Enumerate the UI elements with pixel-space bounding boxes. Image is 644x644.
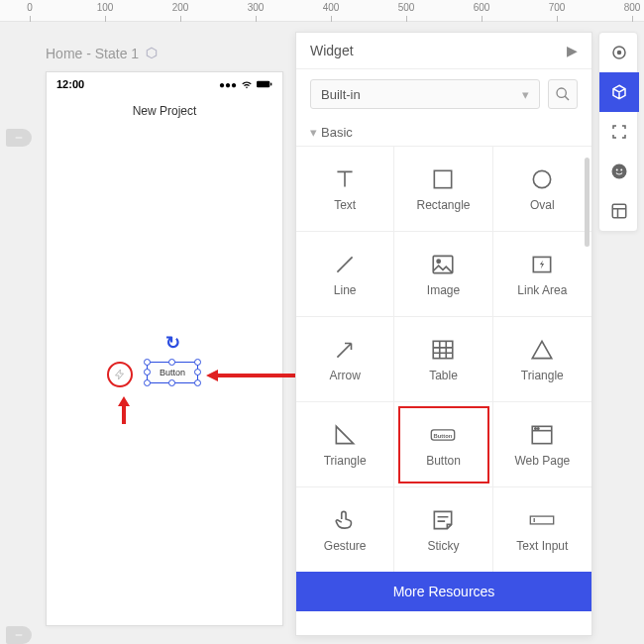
arrow-icon — [332, 337, 358, 363]
search-icon — [555, 86, 571, 102]
category-dropdown[interactable]: Built-in ▾ — [310, 79, 540, 109]
search-button[interactable] — [548, 79, 578, 109]
sticky-icon — [430, 507, 456, 533]
svg-point-2 — [557, 88, 566, 97]
svg-point-4 — [534, 170, 551, 187]
panel-scrollbar[interactable] — [585, 158, 590, 247]
svg-rect-3 — [435, 170, 452, 187]
widget-triangle[interactable]: Triangle — [493, 317, 591, 402]
oval-icon — [529, 166, 555, 192]
phone-title: New Project — [47, 96, 282, 126]
selected-button-label: Button — [160, 368, 185, 377]
tool-target[interactable] — [599, 33, 639, 72]
group-header[interactable]: ▾ Basic — [296, 119, 591, 146]
resize-handle[interactable] — [194, 379, 201, 386]
right-triangle-icon — [332, 422, 358, 448]
annotation-circle — [107, 362, 133, 387]
triangle-icon — [529, 337, 555, 363]
widget-label: Triangle — [521, 369, 564, 382]
widget-gesture[interactable]: Gesture — [296, 487, 394, 572]
widget-table[interactable]: Table — [394, 317, 492, 402]
widget-link-area[interactable]: Link Area — [493, 232, 591, 317]
phone-time: 12:00 — [56, 78, 84, 90]
widget-label: Image — [427, 283, 460, 297]
widget-arrow[interactable]: Arrow — [296, 317, 394, 402]
widget-label: Sticky — [427, 539, 459, 553]
ruler-horizontal: 0 100 200 300 400 500 600 700 800 — [0, 0, 644, 22]
resize-handle[interactable] — [168, 359, 175, 366]
widget-oval[interactable]: Oval — [493, 147, 591, 232]
line-icon — [332, 252, 358, 277]
side-toolbar — [598, 32, 638, 232]
widget-text-input[interactable]: Text Input — [493, 487, 591, 572]
panel-collapse-icon[interactable]: ▶ — [567, 43, 578, 58]
text-icon — [332, 166, 358, 192]
widget-label: Arrow — [329, 369, 360, 382]
link-area-icon — [529, 252, 555, 277]
widget-image[interactable]: Image — [394, 232, 492, 317]
widget-panel: Widget ▶ Built-in ▾ ▾ Basic Text Rectang… — [295, 32, 592, 636]
page-tab-handle[interactable] — [6, 626, 32, 644]
hexagon-icon — [145, 47, 159, 60]
cube-icon — [610, 83, 628, 101]
svg-rect-1 — [270, 83, 271, 86]
widget-label: Rectangle — [416, 198, 470, 212]
resize-handle[interactable] — [144, 379, 151, 386]
chevron-down-icon: ▾ — [310, 125, 317, 140]
table-icon — [430, 337, 456, 363]
status-icons: ●●● — [219, 79, 272, 90]
svg-point-19 — [620, 169, 622, 171]
tool-emoji[interactable] — [599, 152, 639, 191]
widget-button[interactable]: Button Button — [394, 402, 492, 487]
group-label-text: Basic — [321, 125, 353, 140]
widget-label: Oval — [530, 198, 555, 212]
widget-line[interactable]: Line — [296, 232, 394, 317]
resize-handle[interactable] — [168, 379, 175, 386]
widget-sticky[interactable]: Sticky — [394, 487, 492, 572]
chevron-down-icon: ▾ — [522, 87, 529, 102]
svg-rect-8 — [434, 341, 454, 358]
widget-label: Line — [334, 283, 357, 297]
rectangle-icon — [430, 166, 456, 192]
text-input-icon — [529, 507, 555, 533]
emoji-icon — [610, 162, 628, 180]
resize-handle[interactable] — [194, 359, 201, 366]
svg-text:Button: Button — [434, 432, 453, 438]
selected-widget[interactable]: ↻ Button — [147, 362, 198, 383]
svg-rect-0 — [257, 81, 269, 88]
tool-layout[interactable] — [599, 191, 639, 231]
widget-grid: Text Rectangle Oval Line Image Link Area… — [296, 146, 591, 572]
widget-label: Web Page — [514, 454, 570, 468]
tool-scan[interactable] — [599, 112, 639, 152]
widget-label: Button — [426, 454, 461, 468]
selected-button-widget[interactable]: Button — [147, 362, 198, 383]
resize-handle[interactable] — [144, 359, 151, 366]
battery-icon — [257, 79, 272, 89]
svg-rect-20 — [612, 204, 626, 218]
widget-label: Triangle — [324, 454, 367, 468]
widget-label: Table — [429, 369, 458, 382]
svg-point-6 — [438, 260, 441, 263]
widget-web-page[interactable]: Web Page — [493, 402, 591, 487]
annotation-arrow-up-icon — [116, 396, 132, 424]
widget-rectangle[interactable]: Rectangle — [394, 147, 492, 232]
widget-label: Text — [334, 198, 356, 212]
tool-widgets[interactable] — [599, 72, 639, 112]
phone-statusbar: 12:00 ●●● — [47, 72, 282, 96]
lightning-icon — [114, 369, 126, 380]
button-icon: Button — [430, 422, 456, 448]
resize-handle[interactable] — [144, 369, 151, 376]
svg-point-13 — [538, 427, 540, 429]
more-resources-button[interactable]: More Resources — [296, 572, 591, 611]
widget-right-triangle[interactable]: Triangle — [296, 402, 394, 487]
svg-point-18 — [616, 169, 618, 171]
widget-text[interactable]: Text — [296, 147, 394, 232]
svg-point-17 — [612, 164, 627, 179]
resize-handle[interactable] — [194, 369, 201, 376]
widget-label: Link Area — [517, 283, 567, 297]
rotate-handle-icon[interactable]: ↻ — [165, 332, 180, 354]
page-tab-handle[interactable] — [6, 129, 32, 147]
widget-label: Text Input — [516, 539, 568, 553]
breadcrumb[interactable]: Home - State 1 — [46, 46, 159, 61]
image-icon — [430, 252, 456, 277]
